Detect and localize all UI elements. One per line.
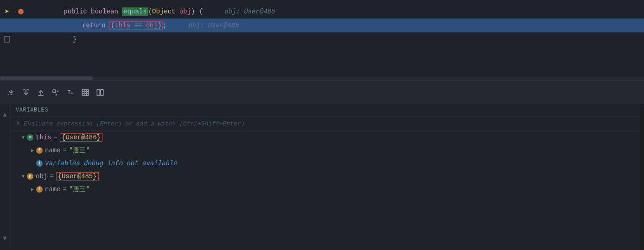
svg-rect-10 xyxy=(101,89,103,96)
left-gutter-panel: ▲ ▼ ⧉ ◎ xyxy=(0,104,10,250)
code-line-3-content: } xyxy=(28,28,644,50)
debugger-toolbar: T↓ xyxy=(0,81,644,104)
right-scrollbar[interactable] xyxy=(640,104,644,250)
code-line-3: } xyxy=(0,32,644,46)
badge-obj: p xyxy=(27,173,33,180)
editor-scrollbar[interactable] xyxy=(0,76,644,80)
variables-header: Variables xyxy=(10,104,640,117)
var-name-obj: obj xyxy=(36,173,47,180)
table-view-button[interactable] xyxy=(79,86,92,99)
gutter-scroll-down[interactable]: ▼ xyxy=(1,235,9,242)
closing-brace: } xyxy=(73,36,77,43)
svg-rect-3 xyxy=(53,90,56,93)
var-name-obj-name: name xyxy=(45,186,61,193)
columns-icon xyxy=(96,88,104,97)
code-editor: ➤ public boolean equals(Object obj) { ob… xyxy=(0,0,644,81)
run-to-cursor-button[interactable] xyxy=(49,86,62,99)
watch-input-row[interactable]: + Evaluate expression (Enter) or add a w… xyxy=(10,117,640,131)
step-into-icon xyxy=(22,88,30,97)
gutter-scroll-up[interactable]: ▲ xyxy=(1,111,9,119)
var-name-this-name: name xyxy=(45,147,61,154)
expander-this-name[interactable]: ▶ xyxy=(29,147,36,154)
variables-section: Variables + Evaluate expression (Enter) … xyxy=(10,104,640,250)
step-into-button[interactable] xyxy=(19,86,32,99)
arrow-icon: ➤ xyxy=(5,6,10,17)
columns-button[interactable] xyxy=(94,86,107,99)
step-out-button[interactable] xyxy=(34,86,47,99)
step-over-icon xyxy=(7,88,15,97)
run-to-cursor-icon xyxy=(51,88,60,97)
var-equals-this: = xyxy=(54,134,57,141)
var-equals-obj: = xyxy=(50,173,53,180)
evaluate-button[interactable]: T↓ xyxy=(64,86,77,99)
var-row-this[interactable]: ▼ ≡ this = {User@486} xyxy=(10,131,640,144)
badge-f-2: f xyxy=(36,186,43,193)
var-equals-obj-name: = xyxy=(63,186,67,193)
badge-this: ≡ xyxy=(27,134,33,141)
expander-obj[interactable]: ▼ xyxy=(19,173,27,180)
breakpoint-dot xyxy=(18,9,24,14)
table-view-icon xyxy=(81,88,89,97)
code-lines: ➤ public boolean equals(Object obj) { ob… xyxy=(0,0,644,51)
step-out-icon xyxy=(37,88,45,97)
scrollbar-thumb[interactable] xyxy=(0,76,93,80)
svg-rect-9 xyxy=(97,89,100,96)
step-over-button[interactable] xyxy=(5,86,18,99)
breakpoint-area-1 xyxy=(14,9,28,14)
var-value-obj-name: "唐三" xyxy=(69,185,90,194)
step-indicator xyxy=(4,36,10,43)
var-name-this: this xyxy=(36,134,51,141)
var-value-this-name: "唐三" xyxy=(69,146,90,155)
var-row-obj-name[interactable]: ▶ f name = "唐三" xyxy=(10,183,640,196)
add-watch-icon[interactable]: + xyxy=(16,119,20,128)
debug-layout: ▲ ▼ ⧉ ◎ Variables + Evaluate expression … xyxy=(0,104,644,250)
evaluate-icon: T↓ xyxy=(67,89,73,95)
var-value-obj: {User@485} xyxy=(56,172,99,181)
svg-rect-4 xyxy=(82,89,89,96)
variables-label: Variables xyxy=(16,107,48,113)
var-row-obj[interactable]: ▼ p obj = {User@485} xyxy=(10,170,640,183)
gutter-icons-3 xyxy=(0,36,14,43)
watch-placeholder-text: Evaluate expression (Enter) or add a wat… xyxy=(24,120,245,127)
var-row-this-name[interactable]: ▶ f name = "唐三" xyxy=(10,144,640,157)
expander-this[interactable]: ▼ xyxy=(19,134,27,141)
badge-f-1: f xyxy=(36,147,43,154)
var-info-text: Variables debug info not available xyxy=(45,160,178,167)
gutter-icons-1: ➤ xyxy=(0,6,14,17)
var-equals-this-name: = xyxy=(63,147,67,154)
var-row-info: i Variables debug info not available xyxy=(10,157,640,170)
expander-info xyxy=(29,160,36,167)
badge-info: i xyxy=(36,160,43,167)
expander-obj-name[interactable]: ▶ xyxy=(29,186,36,193)
var-value-this: {User@486} xyxy=(60,133,102,142)
